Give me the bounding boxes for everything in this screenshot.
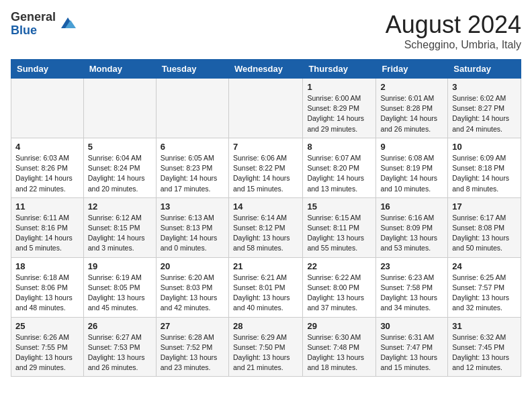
day-number: 6 xyxy=(161,142,224,152)
day-number: 29 xyxy=(307,321,371,331)
day-info: Sunrise: 6:26 AM Sunset: 7:55 PM Dayligh… xyxy=(15,332,79,373)
calendar-cell: 13Sunrise: 6:13 AM Sunset: 8:13 PM Dayli… xyxy=(156,197,228,257)
calendar-cell: 23Sunrise: 6:23 AM Sunset: 7:58 PM Dayli… xyxy=(376,257,448,317)
calendar-cell: 15Sunrise: 6:15 AM Sunset: 8:11 PM Dayli… xyxy=(303,197,376,257)
day-number: 20 xyxy=(161,261,224,271)
calendar-cell: 17Sunrise: 6:17 AM Sunset: 8:08 PM Dayli… xyxy=(448,197,521,257)
title-block: August 2024 Scheggino, Umbria, Italy xyxy=(386,11,521,51)
month-title: August 2024 xyxy=(386,11,521,39)
calendar-cell: 26Sunrise: 6:27 AM Sunset: 7:53 PM Dayli… xyxy=(83,317,156,377)
day-info: Sunrise: 6:17 AM Sunset: 8:08 PM Dayligh… xyxy=(452,213,517,254)
day-info: Sunrise: 6:02 AM Sunset: 8:27 PM Dayligh… xyxy=(452,93,517,134)
day-number: 16 xyxy=(380,201,443,212)
day-info: Sunrise: 6:18 AM Sunset: 8:06 PM Dayligh… xyxy=(15,273,79,314)
calendar-cell: 1Sunrise: 6:00 AM Sunset: 8:29 PM Daylig… xyxy=(303,79,376,138)
day-info: Sunrise: 6:03 AM Sunset: 8:26 PM Dayligh… xyxy=(15,153,79,194)
day-number: 1 xyxy=(307,82,371,92)
logo-blue: Blue xyxy=(11,24,56,38)
day-number: 9 xyxy=(380,142,443,152)
calendar-cell: 11Sunrise: 6:11 AM Sunset: 8:16 PM Dayli… xyxy=(11,197,84,257)
calendar-cell: 28Sunrise: 6:29 AM Sunset: 7:50 PM Dayli… xyxy=(228,317,302,377)
day-number: 26 xyxy=(88,321,152,331)
day-info: Sunrise: 6:11 AM Sunset: 8:16 PM Dayligh… xyxy=(15,213,79,254)
weekday-header-sunday: Sunday xyxy=(11,60,84,79)
calendar-table: SundayMondayTuesdayWednesdayThursdayFrid… xyxy=(11,59,521,377)
day-info: Sunrise: 6:04 AM Sunset: 8:24 PM Dayligh… xyxy=(88,153,152,194)
calendar-cell xyxy=(83,79,156,138)
weekday-header-monday: Monday xyxy=(83,60,156,79)
day-number: 11 xyxy=(15,201,79,212)
day-number: 2 xyxy=(380,82,443,92)
day-info: Sunrise: 6:31 AM Sunset: 7:47 PM Dayligh… xyxy=(380,332,443,373)
day-number: 23 xyxy=(380,261,443,271)
day-number: 4 xyxy=(15,142,79,152)
day-info: Sunrise: 6:22 AM Sunset: 8:00 PM Dayligh… xyxy=(307,273,371,314)
calendar-cell: 24Sunrise: 6:25 AM Sunset: 7:57 PM Dayli… xyxy=(448,257,521,317)
day-info: Sunrise: 6:13 AM Sunset: 8:13 PM Dayligh… xyxy=(161,213,224,254)
calendar-cell: 19Sunrise: 6:19 AM Sunset: 8:05 PM Dayli… xyxy=(83,257,156,317)
calendar-cell: 8Sunrise: 6:07 AM Sunset: 8:20 PM Daylig… xyxy=(303,138,376,197)
day-info: Sunrise: 6:32 AM Sunset: 7:45 PM Dayligh… xyxy=(452,332,517,373)
calendar-cell: 27Sunrise: 6:28 AM Sunset: 7:52 PM Dayli… xyxy=(156,317,228,377)
day-info: Sunrise: 6:05 AM Sunset: 8:23 PM Dayligh… xyxy=(161,153,224,194)
day-info: Sunrise: 6:08 AM Sunset: 8:19 PM Dayligh… xyxy=(380,153,443,194)
calendar-cell: 22Sunrise: 6:22 AM Sunset: 8:00 PM Dayli… xyxy=(303,257,376,317)
calendar-week-2: 4Sunrise: 6:03 AM Sunset: 8:26 PM Daylig… xyxy=(11,138,521,197)
calendar-cell: 6Sunrise: 6:05 AM Sunset: 8:23 PM Daylig… xyxy=(156,138,228,197)
calendar-cell: 14Sunrise: 6:14 AM Sunset: 8:12 PM Dayli… xyxy=(228,197,302,257)
weekday-header-saturday: Saturday xyxy=(448,60,521,79)
calendar-cell: 25Sunrise: 6:26 AM Sunset: 7:55 PM Dayli… xyxy=(11,317,84,377)
day-info: Sunrise: 6:20 AM Sunset: 8:03 PM Dayligh… xyxy=(161,273,224,314)
day-number: 18 xyxy=(15,261,79,271)
calendar-cell: 2Sunrise: 6:01 AM Sunset: 8:28 PM Daylig… xyxy=(376,79,448,138)
weekday-header-thursday: Thursday xyxy=(303,60,376,79)
day-number: 31 xyxy=(452,321,517,331)
day-info: Sunrise: 6:06 AM Sunset: 8:22 PM Dayligh… xyxy=(233,153,298,194)
day-number: 30 xyxy=(380,321,443,331)
calendar-cell: 20Sunrise: 6:20 AM Sunset: 8:03 PM Dayli… xyxy=(156,257,228,317)
day-number: 28 xyxy=(233,321,298,331)
day-info: Sunrise: 6:19 AM Sunset: 8:05 PM Dayligh… xyxy=(88,273,152,314)
location: Scheggino, Umbria, Italy xyxy=(386,39,521,51)
day-info: Sunrise: 6:30 AM Sunset: 7:48 PM Dayligh… xyxy=(307,332,371,373)
weekday-header-tuesday: Tuesday xyxy=(156,60,228,79)
day-number: 19 xyxy=(88,261,152,271)
day-number: 27 xyxy=(161,321,224,331)
calendar-cell: 9Sunrise: 6:08 AM Sunset: 8:19 PM Daylig… xyxy=(376,138,448,197)
calendar-week-1: 1Sunrise: 6:00 AM Sunset: 8:29 PM Daylig… xyxy=(11,79,521,138)
day-number: 24 xyxy=(452,261,517,271)
page-header: General Blue August 2024 Scheggino, Umbr… xyxy=(11,11,521,51)
calendar-cell xyxy=(156,79,228,138)
calendar-week-5: 25Sunrise: 6:26 AM Sunset: 7:55 PM Dayli… xyxy=(11,317,521,377)
calendar-cell xyxy=(11,79,84,138)
calendar-week-3: 11Sunrise: 6:11 AM Sunset: 8:16 PM Dayli… xyxy=(11,197,521,257)
calendar-cell: 21Sunrise: 6:21 AM Sunset: 8:01 PM Dayli… xyxy=(228,257,302,317)
weekday-header-wednesday: Wednesday xyxy=(228,60,302,79)
day-info: Sunrise: 6:16 AM Sunset: 8:09 PM Dayligh… xyxy=(380,213,443,254)
calendar-cell: 16Sunrise: 6:16 AM Sunset: 8:09 PM Dayli… xyxy=(376,197,448,257)
logo-general: General xyxy=(11,11,56,24)
logo: General Blue xyxy=(11,11,77,38)
day-info: Sunrise: 6:07 AM Sunset: 8:20 PM Dayligh… xyxy=(307,153,371,194)
calendar-cell: 31Sunrise: 6:32 AM Sunset: 7:45 PM Dayli… xyxy=(448,317,521,377)
day-info: Sunrise: 6:29 AM Sunset: 7:50 PM Dayligh… xyxy=(233,332,298,373)
calendar-cell: 29Sunrise: 6:30 AM Sunset: 7:48 PM Dayli… xyxy=(303,317,376,377)
day-info: Sunrise: 6:00 AM Sunset: 8:29 PM Dayligh… xyxy=(307,93,371,134)
day-info: Sunrise: 6:27 AM Sunset: 7:53 PM Dayligh… xyxy=(88,332,152,373)
calendar-cell xyxy=(228,79,302,138)
weekday-header-friday: Friday xyxy=(376,60,448,79)
day-info: Sunrise: 6:23 AM Sunset: 7:58 PM Dayligh… xyxy=(380,273,443,314)
day-number: 17 xyxy=(452,201,517,212)
calendar-cell: 18Sunrise: 6:18 AM Sunset: 8:06 PM Dayli… xyxy=(11,257,84,317)
calendar-week-4: 18Sunrise: 6:18 AM Sunset: 8:06 PM Dayli… xyxy=(11,257,521,317)
day-info: Sunrise: 6:01 AM Sunset: 8:28 PM Dayligh… xyxy=(380,93,443,134)
day-number: 14 xyxy=(233,201,298,212)
day-number: 25 xyxy=(15,321,79,331)
day-info: Sunrise: 6:09 AM Sunset: 8:18 PM Dayligh… xyxy=(452,153,517,194)
day-number: 13 xyxy=(161,201,224,212)
calendar-cell: 7Sunrise: 6:06 AM Sunset: 8:22 PM Daylig… xyxy=(228,138,302,197)
calendar-cell: 5Sunrise: 6:04 AM Sunset: 8:24 PM Daylig… xyxy=(83,138,156,197)
day-number: 3 xyxy=(452,82,517,92)
day-number: 7 xyxy=(233,142,298,152)
calendar-cell: 12Sunrise: 6:12 AM Sunset: 8:15 PM Dayli… xyxy=(83,197,156,257)
